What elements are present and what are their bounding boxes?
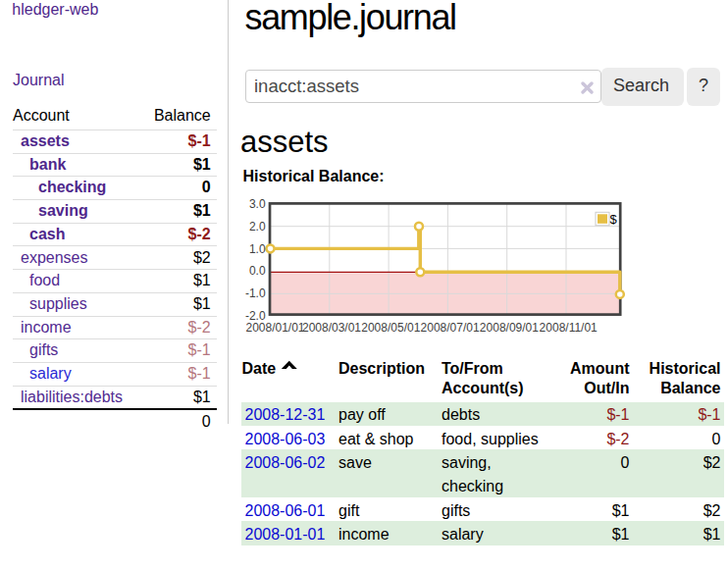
svg-text:2.0: 2.0 — [249, 220, 266, 234]
svg-text:$: $ — [610, 212, 618, 227]
svg-text:0.0: 0.0 — [249, 264, 266, 278]
svg-text:2008/03/01: 2008/03/01 — [302, 321, 361, 335]
svg-text:2008/01/01: 2008/01/01 — [245, 321, 304, 335]
svg-text:2008/09/01: 2008/09/01 — [480, 321, 539, 335]
svg-text:2008/05/01: 2008/05/01 — [361, 321, 420, 335]
svg-text:1.0: 1.0 — [249, 242, 266, 256]
svg-text:3.0: 3.0 — [249, 197, 266, 211]
svg-text:-1.0: -1.0 — [245, 286, 266, 300]
svg-text:2008/11/01: 2008/11/01 — [540, 321, 598, 335]
svg-text:2008/07/01: 2008/07/01 — [421, 321, 480, 335]
